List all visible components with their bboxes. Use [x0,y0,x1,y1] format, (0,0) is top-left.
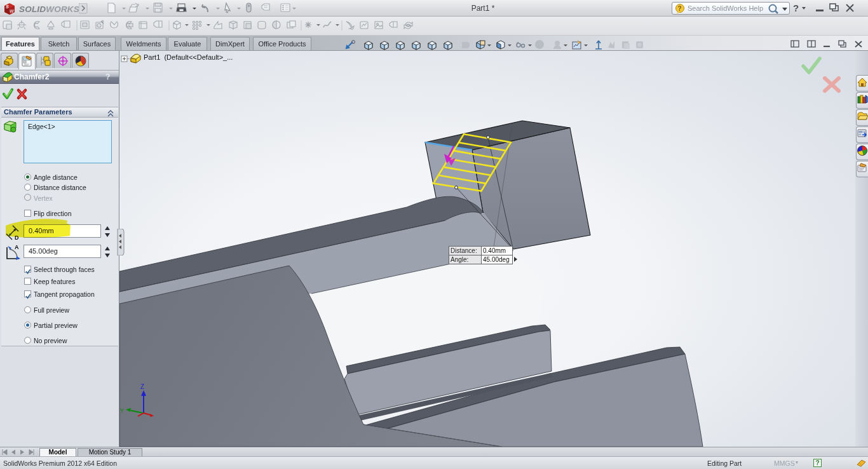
svg-text:SOLIDWORKS: SOLIDWORKS [19,4,79,14]
svg-text:?: ? [678,5,682,12]
svg-text:A: A [15,244,19,250]
svg-text:?: ? [793,3,799,13]
svg-text:Y: Y [120,407,124,414]
svg-text:Z: Z [140,383,144,390]
svg-text:S: S [6,4,9,9]
